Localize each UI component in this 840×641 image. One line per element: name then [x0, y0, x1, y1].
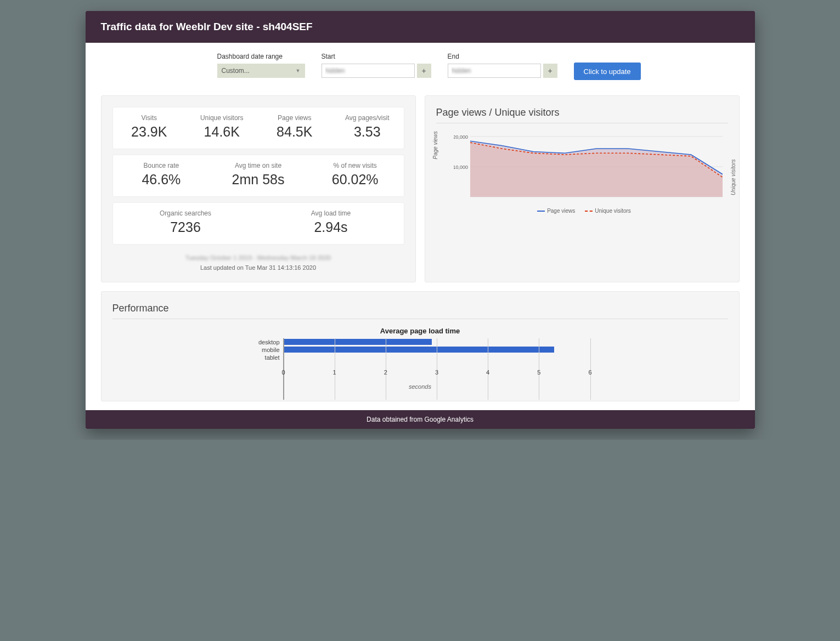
start-date-input[interactable]: [322, 64, 415, 78]
dropdown-value: Custom...: [222, 67, 250, 75]
perf-tick: 2: [384, 369, 387, 376]
stat-label: Avg load time: [258, 209, 404, 217]
y-axis-right-label: Unique visitors: [730, 159, 736, 195]
perf-tick: 6: [588, 369, 591, 376]
date-range-text: Tuesday October 1 2019 - Wednesday March…: [112, 254, 404, 261]
performance-panel: Performance Average page load time deskt…: [101, 291, 740, 401]
perf-category: tablet: [250, 354, 283, 361]
perf-bar: [284, 339, 432, 345]
perf-tick: 4: [486, 369, 489, 376]
panel-title: Performance: [112, 303, 728, 319]
pageviews-panel: Page views / Unique visitors Page views …: [425, 95, 740, 282]
legend-unique: Unique visitors: [595, 208, 631, 214]
last-updated-text: Last updated on Tue Mar 31 14:13:16 2020: [112, 264, 404, 271]
stat-value: 46.6%: [113, 172, 210, 188]
page-title: Traffic data for Weeblr Dev site - sh404…: [86, 11, 755, 43]
perf-tick: 0: [281, 369, 285, 376]
perf-tick: 1: [333, 369, 336, 376]
stats-panel: Visits23.9K Unique visitors14.6K Page vi…: [101, 95, 416, 282]
stat-label: Page views: [258, 114, 331, 122]
pageviews-chart: Page views Unique visitors 20,00010,0004…: [441, 131, 728, 214]
start-date-picker-button[interactable]: +: [417, 64, 431, 78]
y-axis-left-label: Page views: [432, 131, 438, 159]
analytics-window: Traffic data for Weeblr Dev site - sh404…: [86, 11, 755, 429]
stat-value: 7236: [113, 219, 258, 235]
svg-text:10,000: 10,000: [454, 164, 468, 170]
stat-value: 2.94s: [258, 219, 404, 235]
stat-label: Organic searches: [113, 209, 258, 217]
stat-label: Avg time on site: [210, 162, 307, 169]
svg-text:20,000: 20,000: [454, 134, 468, 140]
start-label: Start: [322, 53, 431, 60]
stat-label: Avg pages/visit: [331, 114, 404, 122]
stat-label: % of new visits: [307, 162, 404, 169]
legend-pageviews: Page views: [547, 208, 575, 214]
range-label: Dashboard date range: [217, 53, 305, 60]
stat-value: 3.53: [331, 124, 404, 140]
stats-row-2: Bounce rate46.6% Avg time on site2mn 58s…: [112, 155, 404, 197]
chart-legend: Page views Unique visitors: [441, 208, 728, 214]
end-date-picker-button[interactable]: +: [543, 64, 557, 78]
update-button[interactable]: Click to update: [574, 63, 641, 80]
stat-value: 14.6K: [185, 124, 258, 140]
end-date-input[interactable]: [448, 64, 541, 78]
stats-row-3: Organic searches7236 Avg load time2.94s: [112, 202, 404, 245]
perf-bar: [284, 347, 555, 353]
perf-tick: 5: [537, 369, 540, 376]
end-label: End: [448, 53, 557, 60]
chevron-down-icon: ▼: [296, 68, 301, 73]
controls-row: Dashboard date range Custom... ▼ Start +…: [86, 43, 755, 95]
perf-chart-title: Average page load time: [250, 327, 590, 335]
perf-category: desktop: [250, 339, 283, 345]
date-range-dropdown[interactable]: Custom... ▼: [217, 64, 305, 78]
stat-label: Visits: [113, 114, 186, 122]
stat-value: 2mn 58s: [210, 172, 307, 188]
perf-category: mobile: [250, 347, 283, 353]
footer-text: Data obtained from Google Analytics: [86, 410, 755, 429]
stat-label: Unique visitors: [185, 114, 258, 122]
stat-value: 23.9K: [113, 124, 186, 140]
stat-value: 84.5K: [258, 124, 331, 140]
stats-row-1: Visits23.9K Unique visitors14.6K Page vi…: [112, 107, 404, 149]
stat-value: 60.02%: [307, 172, 404, 188]
stat-label: Bounce rate: [113, 162, 210, 169]
panel-title: Page views / Unique visitors: [436, 107, 728, 123]
perf-tick: 3: [435, 369, 438, 376]
